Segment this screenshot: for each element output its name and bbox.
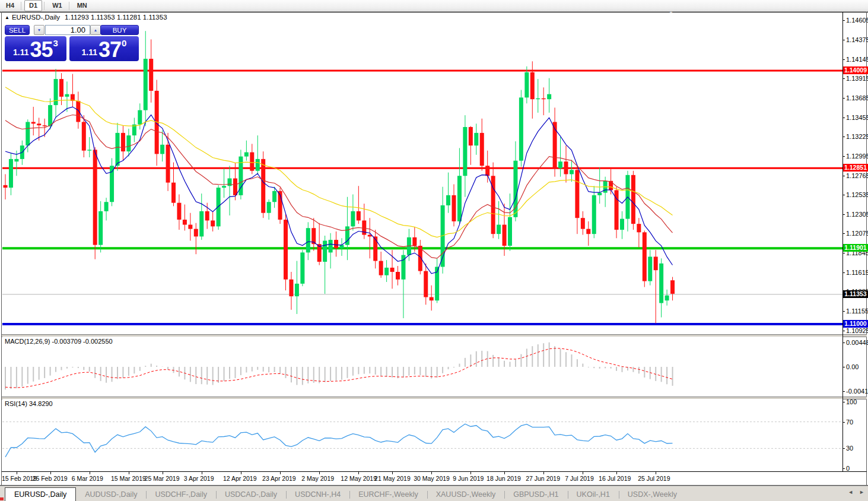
candle-body — [222, 186, 226, 188]
rsi-axis-tick-label: 30 — [846, 445, 853, 452]
chart-tab-xauusd-weekly[interactable]: XAUUSD-,Weekly — [427, 488, 504, 501]
date-axis-label: 25 Mar 2019 — [145, 475, 180, 482]
candle-body — [177, 203, 181, 220]
candle-body — [87, 150, 91, 150]
timeframe-button-d1[interactable]: D1 — [24, 0, 42, 11]
rsi-axis-tick-label: 0 — [846, 465, 850, 472]
date-axis[interactable]: 15 Feb 201925 Feb 20196 Mar 201915 Mar 2… — [2, 472, 842, 485]
rsi-axis-tick-label: 100 — [846, 398, 857, 405]
price-axis-tick — [842, 272, 845, 273]
chart-tab-eurchf-weekly[interactable]: EURCHF-,Weekly — [349, 488, 427, 501]
candle-body — [233, 179, 237, 195]
candle-body — [508, 217, 512, 246]
candle-body — [144, 59, 148, 110]
tab-scroll-right-icon[interactable]: ► — [859, 489, 864, 495]
chart-tab-gbpusd-h1[interactable]: GBPUSD-,H1 — [504, 488, 567, 501]
candle-body — [256, 159, 260, 171]
date-axis-label: 15 Mar 2019 — [111, 475, 146, 482]
buy-price-panel[interactable]: 1.11 37 0 — [69, 36, 139, 61]
price-level-chip: 1.12851 — [843, 164, 868, 172]
candle-body — [631, 175, 635, 224]
price-axis-tick-label: 1.12765 — [846, 172, 868, 179]
date-axis-label: 15 Feb 2019 — [2, 475, 37, 482]
candle-body — [244, 153, 249, 157]
candle-body — [228, 179, 232, 186]
macd-signal-line — [5, 348, 673, 388]
candle-body — [373, 236, 377, 261]
date-axis-label: 23 Apr 2019 — [262, 475, 296, 482]
sell-price-sup: 3 — [53, 38, 58, 48]
chart-tab-usdchf-daily[interactable]: USDCHF-,Daily — [146, 488, 216, 501]
candle-body — [412, 237, 416, 246]
rsi-axis-tick — [842, 468, 845, 469]
chart-window-border-left — [1, 12, 2, 485]
date-axis-label: 25 Feb 2019 — [33, 475, 68, 482]
price-level-chip: 1.11901 — [843, 244, 868, 252]
candle-body — [323, 241, 327, 262]
candle-body — [76, 101, 80, 122]
price-axis-tick-label: 1.12075 — [846, 230, 868, 237]
price-axis-tick — [842, 233, 845, 234]
sell-button[interactable]: SELL — [5, 25, 30, 35]
timeframe-button-mn[interactable]: MN — [72, 0, 92, 11]
macd-indicator-canvas[interactable] — [2, 337, 842, 397]
volume-input[interactable]: 1.00 — [45, 25, 90, 35]
volume-decrease-button[interactable]: ▼ — [34, 25, 44, 35]
candle-body — [4, 185, 8, 188]
candle-body — [452, 195, 456, 221]
timeframe-button-h4[interactable]: H4 — [1, 0, 19, 11]
candle-body — [31, 122, 36, 123]
chart-symbol-label: EURUSD-,Daily — [12, 14, 60, 21]
candle-body — [586, 229, 590, 234]
tab-scroll-left-icon[interactable]: ◄ — [848, 489, 853, 495]
candle-body — [384, 268, 389, 275]
rsi-label: RSI(14) 34.8290 — [5, 400, 53, 407]
candle-body — [329, 240, 333, 252]
date-axis-tick — [583, 472, 583, 474]
collapse-panel-icon[interactable]: ▲ — [5, 15, 9, 20]
chart-tab-usdcnh-h4[interactable]: USDCNH-,H4 — [286, 488, 349, 501]
date-axis-label: 12 May 2019 — [341, 475, 377, 482]
price-axis-tick-label: 1.13915 — [846, 75, 868, 82]
candle-body — [654, 256, 658, 270]
trading-terminal: H4D1W1MN ▼ ▲EURUSD-,Daily1.11293 1.11353… — [0, 0, 868, 501]
candle-body — [592, 195, 596, 234]
candle-body — [497, 225, 501, 234]
date-axis-tick — [543, 472, 544, 474]
candle-body — [98, 211, 103, 245]
current-price-chip: 1.11353 — [843, 290, 868, 298]
candle-body — [261, 159, 265, 213]
macd-label: MACD(12,26,9) -0.003709 -0.002550 — [5, 338, 113, 345]
chart-tab-ukoil-h1[interactable]: UKOil-,H1 — [568, 488, 619, 501]
rsi-indicator-canvas[interactable] — [2, 399, 842, 471]
chart-tab-usdx-weekly[interactable]: USDX-,Weekly — [619, 488, 686, 501]
volume-increase-button[interactable]: ▲ — [90, 25, 101, 35]
moving-average-line-20 — [5, 115, 673, 259]
candle-body — [126, 135, 131, 151]
date-axis-label: 27 Jun 2019 — [526, 475, 560, 482]
date-axis-tick — [616, 472, 617, 474]
price-axis-tick — [842, 78, 845, 79]
candle-body — [457, 176, 462, 221]
chart-tab-eurusd-daily[interactable]: EURUSD-,Daily — [5, 487, 76, 501]
sell-price-panel[interactable]: 1.11 35 3 — [5, 36, 66, 61]
sell-price-big: 35 — [30, 39, 53, 61]
candle-body — [43, 125, 47, 126]
timeframe-button-w1[interactable]: W1 — [47, 0, 67, 11]
price-axis-tick-label: 1.13685 — [846, 94, 868, 102]
candle-body — [59, 79, 63, 97]
toolbar-separator — [21, 2, 21, 10]
date-axis-label: 30 May 2019 — [414, 475, 450, 482]
macd-axis-tick — [842, 343, 845, 343]
chart-tab-audusd-daily[interactable]: AUDUSD-,Daily — [76, 488, 146, 501]
buy-button[interactable]: BUY — [100, 25, 139, 35]
date-axis-tick — [163, 472, 163, 474]
price-axis-tick — [842, 20, 845, 21]
candle-body — [530, 72, 535, 99]
price-axis-tick — [842, 137, 845, 137]
chart-tab-usdcad-daily[interactable]: USDCAD-,Daily — [216, 488, 286, 501]
date-axis-tick — [280, 472, 281, 474]
macd-axis-tick — [842, 367, 845, 367]
price-level-chip: 1.14009 — [843, 66, 868, 74]
date-axis-tick — [202, 472, 202, 474]
